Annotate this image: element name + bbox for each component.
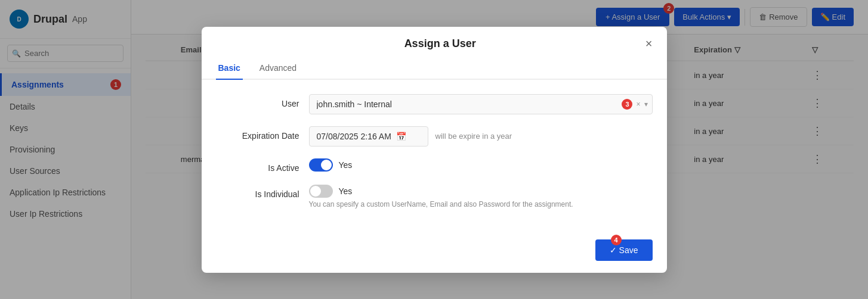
tab-basic[interactable]: Basic <box>216 57 243 80</box>
date-input-wrap: 07/08/2025 2:16 AM 📅 will be expire in a… <box>309 126 653 147</box>
is-individual-text: Yes <box>339 186 353 196</box>
expiration-hint: will be expire in a year <box>435 132 512 141</box>
user-count-badge: 3 <box>622 99 632 110</box>
is-individual-form-row: Is Individual Yes You can spesify a cust… <box>216 185 653 208</box>
date-input[interactable]: 07/08/2025 2:16 AM 📅 <box>309 126 428 147</box>
is-active-form-row: Is Active Yes <box>216 158 653 173</box>
modal-header: Assign a User × <box>202 27 667 50</box>
chevron-down-icon[interactable]: ▾ <box>644 100 648 108</box>
toggle-knob <box>321 160 332 170</box>
save-button[interactable]: ✓ Save <box>595 239 653 261</box>
is-individual-wrap: Yes You can spesify a custom UserName, E… <box>309 185 653 208</box>
modal-footer: 4 ✓ Save <box>202 235 667 273</box>
save-badge: 4 <box>611 235 622 245</box>
modal-overlay: Assign a User × Basic Advanced User 3 × … <box>0 0 868 299</box>
is-active-label: Is Active <box>216 158 299 173</box>
is-active-wrap: Yes <box>309 158 653 172</box>
clear-icon[interactable]: × <box>636 100 640 108</box>
is-individual-toggle[interactable] <box>309 185 333 198</box>
user-select-input[interactable] <box>309 94 653 114</box>
modal-title: Assign a User <box>235 38 645 50</box>
is-active-toggle-row: Yes <box>309 158 653 172</box>
modal-body: User 3 × ▾ Expiration Date <box>202 80 667 235</box>
toggle-knob-individual <box>310 186 321 197</box>
assign-user-modal: Assign a User × Basic Advanced User 3 × … <box>202 27 667 273</box>
user-label: User <box>216 94 299 108</box>
is-individual-toggle-row: Yes <box>309 185 653 198</box>
calendar-icon[interactable]: 📅 <box>396 132 406 141</box>
select-actions: 3 × ▾ <box>622 99 647 110</box>
modal-tabs: Basic Advanced <box>202 57 667 80</box>
user-form-row: User 3 × ▾ <box>216 94 653 114</box>
expiration-form-row: Expiration Date 07/08/2025 2:16 AM 📅 wil… <box>216 126 653 147</box>
expiration-label: Expiration Date <box>216 126 299 141</box>
expiration-wrap: 07/08/2025 2:16 AM 📅 will be expire in a… <box>309 126 653 147</box>
tab-advanced[interactable]: Advanced <box>257 57 299 80</box>
user-select-container: 3 × ▾ <box>309 94 653 114</box>
modal-close-button[interactable]: × <box>645 38 653 49</box>
is-active-toggle[interactable] <box>309 158 333 172</box>
is-individual-label: Is Individual <box>216 185 299 199</box>
date-value: 07/08/2025 2:16 AM <box>317 132 391 141</box>
is-individual-hint: You can spesify a custom UserName, Email… <box>309 200 653 208</box>
user-select-wrap: 3 × ▾ <box>309 94 653 114</box>
is-active-text: Yes <box>339 160 353 170</box>
